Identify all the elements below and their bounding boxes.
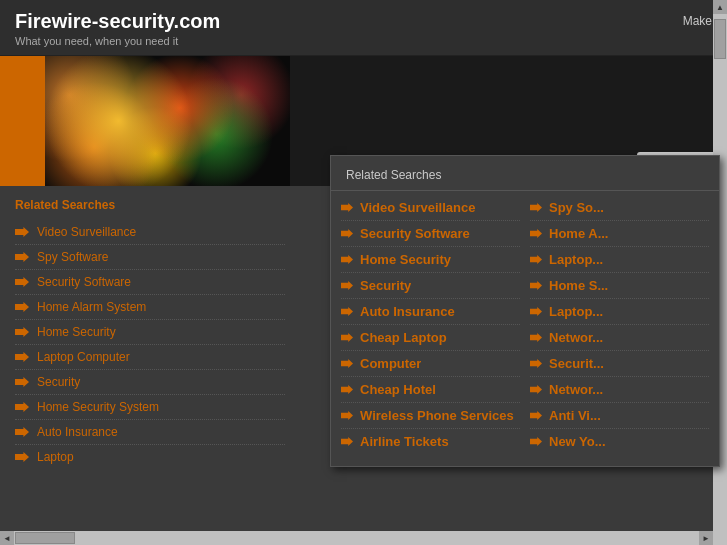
sidebar-item-label: Laptop Computer — [37, 350, 130, 364]
popup-item-label: Spy So... — [549, 200, 604, 215]
popup-item-label: Computer — [360, 356, 421, 371]
arrow-icon — [15, 427, 29, 437]
popup-item-video-surveillance[interactable]: Video Surveillance — [341, 195, 520, 221]
popup-item-label: Home A... — [549, 226, 608, 241]
popup-item-label: Video Surveillance — [360, 200, 475, 215]
make-label: Make — [683, 14, 712, 28]
sidebar-item-label: Home Security — [37, 325, 116, 339]
arrow-icon — [530, 359, 542, 368]
arrow-icon — [530, 281, 542, 290]
sidebar-item-label: Home Alarm System — [37, 300, 146, 314]
arrow-icon — [341, 385, 353, 394]
header-left: Firewire-security.com What you need, whe… — [15, 10, 220, 47]
popup-item-label: Laptop... — [549, 304, 603, 319]
popup-item-home-s[interactable]: Home S... — [530, 273, 709, 299]
popup-item-laptop2[interactable]: Laptop... — [530, 299, 709, 325]
popup-item-cheap-laptop[interactable]: Cheap Laptop — [341, 325, 520, 351]
arrow-icon — [341, 229, 353, 238]
popup-item-home-security[interactable]: Home Security — [341, 247, 520, 273]
sidebar-item-laptop[interactable]: Laptop — [15, 445, 285, 469]
arrow-icon — [341, 307, 353, 316]
sidebar-item-label: Auto Insurance — [37, 425, 118, 439]
hero-orange-bar — [0, 56, 45, 186]
sidebar-item-home-alarm-system[interactable]: Home Alarm System — [15, 295, 285, 320]
popup-panel: Related Searches Video Surveillance Secu… — [330, 155, 720, 467]
scrollbar-horizontal: ◄ ► — [0, 531, 713, 545]
popup-item-cheap-hotel[interactable]: Cheap Hotel — [341, 377, 520, 403]
arrow-icon — [530, 437, 542, 446]
sidebar: Related Searches Video Surveillance Spy … — [0, 186, 300, 481]
popup-item-network2[interactable]: Networ... — [530, 377, 709, 403]
popup-item-auto-insurance[interactable]: Auto Insurance — [341, 299, 520, 325]
popup-item-security-software[interactable]: Security Software — [341, 221, 520, 247]
arrow-icon — [341, 255, 353, 264]
popup-columns: Video Surveillance Security Software Hom… — [331, 195, 719, 454]
sidebar-item-home-security-system[interactable]: Home Security System — [15, 395, 285, 420]
scroll-thumb-horizontal[interactable] — [15, 532, 75, 544]
hero-bokeh-image — [45, 56, 290, 186]
arrow-icon — [15, 227, 29, 237]
arrow-icon — [15, 327, 29, 337]
tagline: What you need, when you need it — [15, 35, 220, 47]
popup-item-computer[interactable]: Computer — [341, 351, 520, 377]
header: Firewire-security.com What you need, whe… — [0, 0, 727, 56]
popup-item-label: Anti Vi... — [549, 408, 601, 423]
arrow-icon — [15, 377, 29, 387]
arrow-icon — [530, 229, 542, 238]
popup-item-label: Cheap Laptop — [360, 330, 447, 345]
scrollbar-corner — [713, 531, 727, 545]
sidebar-item-security-software[interactable]: Security Software — [15, 270, 285, 295]
arrow-icon — [15, 452, 29, 462]
arrow-icon — [341, 411, 353, 420]
popup-item-laptop[interactable]: Laptop... — [530, 247, 709, 273]
arrow-icon — [530, 411, 542, 420]
popup-item-home-alarm[interactable]: Home A... — [530, 221, 709, 247]
popup-item-security2[interactable]: Securit... — [530, 351, 709, 377]
sidebar-item-home-security[interactable]: Home Security — [15, 320, 285, 345]
sidebar-item-laptop-computer[interactable]: Laptop Computer — [15, 345, 285, 370]
popup-item-label: Auto Insurance — [360, 304, 455, 319]
popup-item-label: Networ... — [549, 382, 603, 397]
arrow-icon — [15, 252, 29, 262]
scroll-right-button[interactable]: ► — [699, 531, 713, 545]
scroll-thumb-vertical[interactable] — [714, 19, 726, 59]
arrow-icon — [341, 359, 353, 368]
arrow-icon — [15, 302, 29, 312]
arrow-icon — [15, 402, 29, 412]
popup-item-security[interactable]: Security — [341, 273, 520, 299]
sidebar-item-auto-insurance[interactable]: Auto Insurance — [15, 420, 285, 445]
sidebar-item-video-surveillance[interactable]: Video Surveillance — [15, 220, 285, 245]
arrow-icon — [341, 203, 353, 212]
popup-related-label: Related Searches — [331, 168, 719, 191]
sidebar-item-label: Security — [37, 375, 80, 389]
arrow-icon — [530, 203, 542, 212]
popup-item-spy-software[interactable]: Spy So... — [530, 195, 709, 221]
popup-item-wireless-phone[interactable]: Wireless Phone Services — [341, 403, 520, 429]
popup-right-col: Spy So... Home A... Laptop... Home S... … — [525, 195, 714, 454]
popup-item-label: Networ... — [549, 330, 603, 345]
popup-item-label: Security — [360, 278, 411, 293]
popup-item-network[interactable]: Networ... — [530, 325, 709, 351]
arrow-icon — [341, 437, 353, 446]
arrow-icon — [530, 307, 542, 316]
arrow-icon — [530, 333, 542, 342]
sidebar-item-security[interactable]: Security — [15, 370, 285, 395]
sidebar-item-spy-software[interactable]: Spy Software — [15, 245, 285, 270]
scroll-up-button[interactable]: ▲ — [713, 0, 727, 14]
sidebar-item-label: Spy Software — [37, 250, 108, 264]
arrow-icon — [15, 277, 29, 287]
popup-item-label: Home S... — [549, 278, 608, 293]
arrow-icon — [341, 281, 353, 290]
arrow-icon — [530, 255, 542, 264]
popup-item-label: New Yo... — [549, 434, 606, 449]
sidebar-related-label: Related Searches — [15, 198, 285, 212]
site-title: Firewire-security.com — [15, 10, 220, 33]
popup-item-anti-virus[interactable]: Anti Vi... — [530, 403, 709, 429]
scroll-left-button[interactable]: ◄ — [0, 531, 14, 545]
popup-item-label: Wireless Phone Services — [360, 408, 514, 423]
popup-item-new-york[interactable]: New Yo... — [530, 429, 709, 454]
arrow-icon — [15, 352, 29, 362]
sidebar-item-label: Laptop — [37, 450, 74, 464]
popup-item-label: Security Software — [360, 226, 470, 241]
popup-item-airline-tickets[interactable]: Airline Tickets — [341, 429, 520, 454]
